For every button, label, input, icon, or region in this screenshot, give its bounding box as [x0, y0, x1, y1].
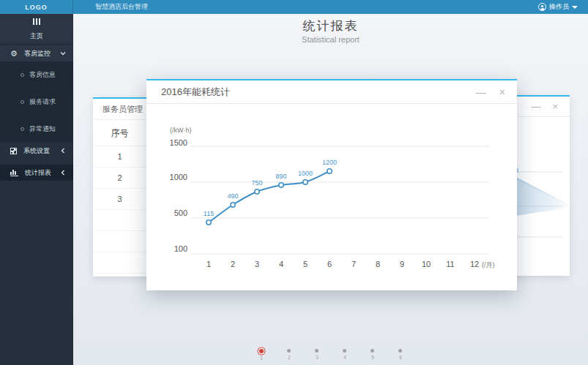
bar-chart-icon [10, 169, 18, 176]
modal-titlebar: 2016年能耗统计 — × [146, 80, 517, 104]
y-axis-unit-label: (/kW·h) [170, 127, 192, 134]
table-row [93, 252, 146, 274]
bars-icon [33, 18, 40, 25]
x-tick-label: 12 [470, 260, 479, 268]
pagination-dot-4[interactable]: 4 [340, 347, 349, 361]
x-tick-label: 1 [206, 260, 211, 268]
sidebar-item-statistics[interactable]: 统计报表 [0, 165, 73, 181]
close-icon[interactable]: × [552, 102, 558, 111]
data-point [303, 180, 308, 184]
data-point-label: 115 [204, 210, 214, 217]
table-header-序号: 序号 [93, 120, 146, 146]
table-row: 2 [93, 168, 146, 189]
pagination-dot-1[interactable]: 1 [257, 347, 266, 361]
x-tick-label: 6 [327, 260, 332, 268]
dot-icon [259, 349, 264, 353]
grid-icon [10, 148, 17, 154]
bullet-circle-icon [21, 73, 24, 77]
x-tick-label: 10 [422, 260, 431, 268]
sidebar-item-label: 异常通知 [29, 124, 56, 134]
x-tick-label: 2 [231, 260, 235, 268]
data-point-label: 1200 [322, 159, 337, 166]
pagination-number: 6 [399, 355, 402, 359]
sidebar-item-service-request[interactable]: 服务请求 [0, 89, 73, 116]
chevron-down-icon [60, 50, 66, 56]
page-subtitle: Statistical report [73, 35, 588, 44]
pagination-number: 1 [260, 355, 263, 360]
app-root: LOGO 智慧酒店后台管理 操作员 主页 ⚙ 客房监控 客房信息 [0, 0, 588, 365]
x-tick-label: 7 [351, 260, 356, 268]
table-row [93, 231, 146, 252]
pagination-number: 5 [371, 355, 374, 359]
pagination-number: 3 [316, 355, 319, 359]
page-heading: 统计报表 Statistical report [73, 18, 588, 44]
dot-icon [371, 349, 374, 353]
sidebar-item-label: 系统设置 [23, 146, 50, 156]
user-icon [538, 3, 546, 11]
pagination-dot-2[interactable]: 2 [285, 347, 294, 361]
chevron-left-icon [60, 170, 66, 176]
topbar: LOGO 智慧酒店后台管理 操作员 [0, 0, 588, 14]
x-tick-label: 3 [255, 260, 259, 268]
modal-energy-chart: 2016年能耗统计 — × (/kW·h)1500100050010012345… [146, 79, 517, 290]
data-point-label: 490 [227, 192, 238, 200]
x-tick-label: 9 [400, 260, 404, 268]
sidebar-collapse-button[interactable] [0, 14, 73, 29]
page-title: 统计报表 [73, 18, 588, 34]
x-tick-label: 8 [376, 260, 380, 268]
data-point-label: 750 [251, 179, 262, 187]
sidebar-item-room-info[interactable]: 客房信息 [0, 61, 73, 89]
dot-icon [315, 349, 319, 353]
dot-icon [287, 349, 291, 353]
y-tick-label: 500 [174, 208, 187, 217]
sidebar-item-label: 客房信息 [29, 70, 56, 80]
sidebar-item-label: 统计报表 [25, 168, 51, 178]
dot-icon [343, 349, 346, 353]
sidebar-submenu-room-monitor: 客房信息 服务请求 异常通知 [0, 61, 73, 143]
bullet-circle-icon [21, 100, 24, 104]
x-tick-label: 5 [303, 260, 308, 268]
app-title: 智慧酒店后台管理 [95, 2, 148, 12]
x-tick-label: 11 [446, 260, 454, 268]
minimize-button[interactable]: — [531, 102, 540, 111]
sidebar-item-label: 客房监控 [24, 49, 51, 59]
pagination: 123456 [73, 347, 588, 361]
chevron-left-icon [60, 148, 66, 154]
x-axis-unit-label: (/月) [482, 261, 495, 268]
pagination-dot-6[interactable]: 6 [396, 347, 405, 361]
y-tick-label: 1500 [170, 138, 187, 147]
close-icon[interactable]: × [499, 87, 505, 97]
sidebar-item-home[interactable]: 主页 [0, 29, 73, 43]
pagination-dot-3[interactable]: 3 [313, 347, 321, 361]
user-menu[interactable]: 操作员 [538, 0, 578, 14]
y-tick-label: 100 [174, 244, 187, 253]
data-point [255, 189, 259, 194]
logo-text: LOGO [25, 4, 48, 11]
bullet-circle-icon [21, 127, 24, 131]
data-point [279, 183, 283, 187]
data-point-label: 1000 [298, 170, 313, 177]
table-row: 3 [93, 189, 146, 210]
data-point [327, 169, 332, 173]
data-point-label: 890 [275, 173, 286, 180]
dot-icon [398, 349, 402, 353]
minimize-button[interactable]: — [476, 87, 486, 97]
logo[interactable]: LOGO [0, 0, 73, 14]
sidebar-item-room-monitor[interactable]: ⚙ 客房监控 [0, 45, 73, 61]
data-point [206, 220, 211, 225]
table-row: 1 [93, 146, 146, 168]
x-tick-label: 4 [279, 260, 283, 268]
pagination-dot-5[interactable]: 5 [368, 347, 377, 361]
sidebar-item-system-settings[interactable]: 系统设置 [0, 143, 73, 159]
pagination-number: 2 [288, 355, 291, 359]
pagination-number: 4 [343, 355, 346, 359]
content-area: 统计报表 Statistical report 服务员管理 序号 123 — ×… [73, 14, 588, 365]
table-row [93, 210, 146, 231]
data-point [231, 203, 235, 207]
sidebar: 主页 ⚙ 客房监控 客房信息 服务请求 异常通知 系统 [0, 14, 73, 365]
line-chart: (/kW·h)15001000500100123456789101112(/月)… [146, 105, 517, 292]
y-tick-label: 1000 [170, 173, 187, 181]
sidebar-item-label: 服务请求 [29, 97, 56, 107]
modal-title: 2016年能耗统计 [161, 86, 230, 99]
sidebar-item-abnormal-notice[interactable]: 异常通知 [0, 116, 73, 143]
